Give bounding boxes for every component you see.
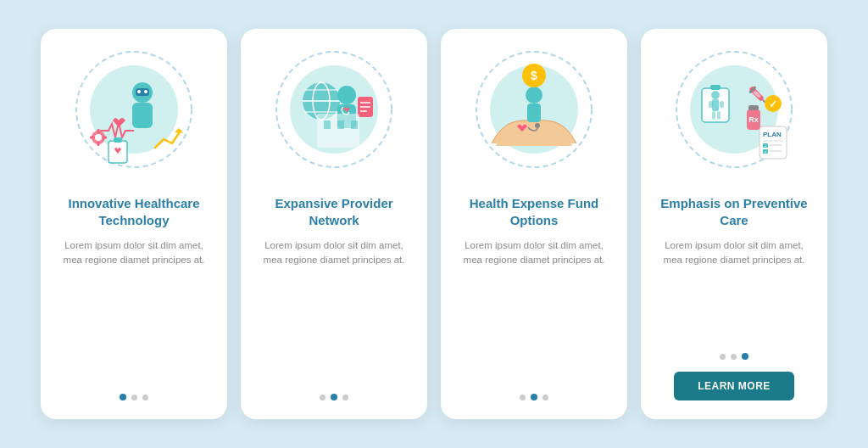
svg-rect-46: [720, 101, 724, 108]
card-1-illustration: [66, 46, 202, 182]
card-4-title: Emphasis on Preventive Care: [656, 195, 812, 228]
svg-rect-29: [317, 114, 359, 148]
svg-rect-49: [710, 85, 721, 90]
svg-point-43: [711, 91, 720, 99]
svg-rect-12: [90, 137, 94, 139]
card-1-text: Lorem ipsum dolor sit dim amet, mea regi…: [56, 238, 212, 382]
dot-3: [142, 395, 148, 400]
svg-point-39: [535, 123, 540, 128]
card-4-dots: [720, 353, 748, 360]
card-health-expense: $ Health Expense Fund Options Lorem ipsu…: [441, 29, 627, 419]
card-innovative-healthcare: Innovative Healthcare Technology Lorem i…: [41, 29, 227, 419]
card-1-dots: [120, 394, 148, 400]
svg-rect-15: [114, 137, 122, 143]
svg-text:✓: ✓: [764, 143, 767, 148]
dot-1: [120, 394, 126, 400]
svg-rect-55: [748, 105, 759, 110]
svg-point-8: [95, 134, 102, 141]
card-3-text: Lorem ipsum dolor sit dim amet, mea regi…: [456, 238, 612, 382]
dot-1: [320, 395, 326, 400]
svg-marker-13: [175, 128, 183, 133]
svg-rect-32: [351, 120, 358, 129]
card-1-title: Innovative Healthcare Technology: [56, 195, 212, 228]
card-4-illustration: Rx PLAN ✓ ✓ ✓: [666, 46, 802, 182]
svg-point-35: [526, 87, 542, 104]
svg-point-23: [337, 86, 356, 104]
dot-3: [342, 395, 348, 400]
learn-more-button[interactable]: LEARN MORE: [674, 372, 794, 400]
dot-2: [331, 394, 337, 400]
card-2-title: Expansive Provider Network: [256, 195, 412, 228]
svg-text:PLAN: PLAN: [763, 131, 782, 138]
dot-1: [520, 395, 526, 400]
card-2-dots: [320, 394, 348, 400]
dot-3: [542, 395, 548, 400]
svg-rect-44: [712, 99, 719, 111]
svg-rect-3: [132, 103, 153, 128]
svg-rect-9: [97, 129, 100, 133]
dot-2: [131, 395, 137, 400]
svg-rect-48: [717, 111, 721, 120]
dot-2: [731, 354, 737, 360]
dot-3: [742, 353, 748, 360]
svg-text:✓: ✓: [764, 149, 767, 154]
svg-text:$: $: [531, 69, 537, 82]
card-provider-network: Expansive Provider Network Lorem ipsum d…: [241, 29, 427, 419]
svg-point-5: [137, 90, 141, 93]
dot-2: [531, 394, 537, 400]
card-3-title: Health Expense Fund Options: [456, 195, 612, 228]
card-2-illustration: [266, 46, 402, 182]
dot-1: [720, 354, 726, 360]
card-preventive-care: Rx PLAN ✓ ✓ ✓ Emphasis on Preventive Car…: [641, 29, 827, 419]
card-3-dots: [520, 394, 548, 400]
svg-point-6: [144, 90, 147, 93]
card-4-text: Lorem ipsum dolor sit dim amet, mea regi…: [656, 238, 812, 341]
svg-rect-31: [337, 120, 344, 129]
card-3-illustration: $: [466, 46, 602, 182]
card-2-text: Lorem ipsum dolor sit dim amet, mea regi…: [256, 238, 412, 382]
svg-rect-11: [103, 137, 107, 139]
svg-rect-36: [527, 104, 541, 122]
svg-rect-45: [709, 101, 713, 108]
svg-rect-10: [97, 142, 100, 146]
svg-rect-30: [324, 120, 331, 129]
svg-text:Rx: Rx: [748, 115, 759, 124]
svg-rect-47: [712, 111, 715, 120]
svg-text:✓: ✓: [769, 98, 777, 110]
cards-container: Innovative Healthcare Technology Lorem i…: [20, 8, 848, 440]
